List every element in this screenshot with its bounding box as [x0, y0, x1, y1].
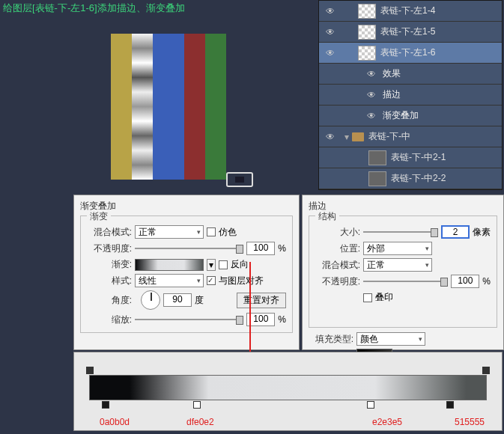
style-select[interactable]: 线性 — [135, 274, 204, 287]
folder-icon — [352, 132, 364, 141]
opacity-slider[interactable] — [363, 275, 448, 287]
stop-value-label: 515555 — [455, 417, 485, 427]
opacity-stop[interactable] — [86, 367, 94, 374]
gradient-overlay-dialog: 渐变叠加 渐变 混合模式:正常仿色 不透明度:100% 渐变:▾反向 样式:线性… — [73, 195, 300, 350]
size-slider[interactable] — [363, 226, 438, 238]
gradient-track[interactable] — [89, 375, 487, 400]
angle-dial[interactable] — [141, 290, 160, 310]
gradient-dropdown[interactable]: ▾ — [207, 259, 216, 271]
layer-row[interactable]: 表链-下-中2-2 — [319, 168, 502, 189]
scale-input[interactable]: 100 — [246, 313, 275, 326]
opacity-input[interactable]: 100 — [451, 275, 479, 288]
position-select[interactable]: 外部 — [363, 242, 432, 255]
dither-checkbox[interactable] — [207, 227, 216, 236]
visibility-icon[interactable]: 👁 — [319, 27, 341, 37]
canvas-preview — [97, 0, 300, 195]
visibility-icon[interactable]: 👁 — [319, 132, 341, 142]
gradient-picker[interactable] — [135, 259, 204, 271]
reverse-checkbox[interactable] — [219, 260, 228, 269]
selection-marker — [226, 172, 253, 187]
layer-fx-row[interactable]: 👁效果 — [319, 64, 502, 85]
layer-fx-row[interactable]: 👁描边 — [319, 85, 502, 106]
stop-value-label: dfe0e2 — [186, 417, 214, 427]
color-stop[interactable] — [193, 401, 201, 409]
opacity-slider[interactable] — [135, 242, 243, 254]
blend-mode-select[interactable]: 正常 — [363, 258, 432, 272]
opacity-input[interactable]: 100 — [246, 242, 275, 255]
reset-align-button[interactable]: 重置对齐 — [237, 293, 286, 308]
size-input[interactable]: 2 — [441, 225, 470, 239]
layer-row[interactable]: 表链-下-中2-1 — [319, 147, 502, 168]
stop-value-label: e2e3e5 — [372, 417, 402, 427]
arrow-annotation — [249, 262, 251, 362]
color-stop[interactable] — [102, 401, 109, 409]
color-stop[interactable] — [367, 401, 374, 409]
chevron-down-icon[interactable]: ▾ — [344, 132, 349, 142]
layer-row-selected[interactable]: 👁表链-下-左1-6 — [319, 43, 502, 64]
group-title: 结构 — [315, 210, 339, 223]
layer-row[interactable]: 👁表链-下-左1-5 — [319, 22, 502, 43]
layer-fx-row[interactable]: 👁渐变叠加 — [319, 106, 502, 126]
gradient-editor: 0a0b0d dfe0e2 e2e3e5 515555 — [73, 352, 503, 431]
color-stop[interactable] — [446, 401, 454, 409]
scale-slider[interactable] — [135, 314, 243, 326]
layer-row[interactable]: 👁表链-下-左1-4 — [319, 1, 502, 22]
stroke-dialog: 描边 结构 大小:2像素 位置:外部 混合模式:正常 不透明度:100% 叠印 … — [302, 195, 504, 350]
visibility-icon[interactable]: 👁 — [319, 48, 341, 58]
layers-panel: 👁表链-下-左1-4 👁表链-下-左1-5 👁表链-下-左1-6 👁效果 👁描边… — [318, 0, 503, 190]
group-title: 渐变 — [87, 210, 111, 223]
visibility-icon[interactable]: 👁 — [319, 6, 341, 16]
stop-value-label: 0a0b0d — [100, 417, 130, 427]
opacity-stop[interactable] — [482, 367, 490, 374]
filltype-select[interactable]: 颜色 — [356, 332, 425, 346]
layer-folder-row[interactable]: 👁▾表链-下-中 — [319, 126, 502, 147]
dialog-title: 渐变叠加 — [80, 200, 293, 213]
align-checkbox[interactable] — [207, 276, 216, 285]
blend-mode-select[interactable]: 正常 — [135, 225, 204, 239]
overprint-checkbox[interactable] — [363, 293, 372, 302]
angle-input[interactable]: 90 — [163, 293, 192, 307]
